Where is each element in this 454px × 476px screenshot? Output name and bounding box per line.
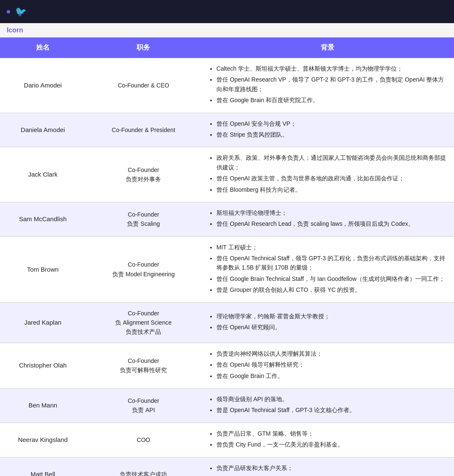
- background-item: 曾任 OpenAI 研究顾问。: [216, 323, 447, 332]
- top-bar: 🐦: [0, 0, 454, 23]
- background-item: 曾任 Google Brain Technical Staff，与 Ian Go…: [216, 274, 447, 283]
- background-item: 3D 视觉公司 Matterport 创始人，估值近 8 亿美元；: [216, 474, 447, 476]
- background-item: 曾是 OpenAI Technical Staff，GPT-3 论文核心作者。: [216, 405, 447, 415]
- background-cell: Caltech 学士、斯坦福大学硕士、普林斯顿大学博士，均为物理学学位；曾任 O…: [201, 58, 454, 113]
- table-row: Sam McCandlishCo-Founder负责 Scaling斯坦福大学理…: [0, 202, 454, 236]
- dot-icon: [7, 10, 10, 13]
- header-bg: 背景: [201, 37, 454, 58]
- header-name: 姓名: [0, 37, 86, 58]
- role-cell: Co-Founder负责可解释性研究: [86, 343, 201, 388]
- name-cell: Tom Brown: [0, 236, 86, 302]
- background-item: 曾任 OpenAI Research VP，领导了 GPT-2 和 GPT-3 …: [216, 75, 447, 94]
- role-cell: Co-Founder & CEO: [86, 58, 201, 113]
- table-row: Ben MannCo-Founder负责 API领导商业级别 API 的落地。曾…: [0, 388, 454, 423]
- background-item: 曾任 OpenAI Research Lead，负责 scaling laws，…: [216, 219, 447, 228]
- table-row: Matt Bell负责技术客户成功负责产品研发和大客户关系；3D 视觉公司 Ma…: [0, 457, 454, 476]
- background-item: 负责产品研发和大客户关系；: [216, 463, 447, 473]
- background-cell: 负责产品研发和大客户关系；3D 视觉公司 Matterport 创始人，估值近 …: [201, 457, 454, 476]
- role-cell: 负责技术客户成功: [86, 457, 201, 476]
- background-item: 曾在 Stripe 负责风控团队。: [216, 130, 447, 139]
- founders-table: 姓名 职务 背景 Dario AmodeiCo-Founder & CEOCal…: [0, 37, 454, 476]
- name-cell: Sam McCandlish: [0, 202, 86, 236]
- background-cell: MIT 工程硕士；曾任 OpenAI Technical Staff，领导 GP…: [201, 236, 454, 302]
- background-cell: 政府关系、政策、对外事务负责人；通过国家人工智能咨询委员会向美国总统和商务部提供…: [201, 147, 454, 202]
- main-container: 姓名 职务 背景 Dario AmodeiCo-Founder & CEOCal…: [0, 37, 454, 476]
- role-cell: COO: [86, 423, 201, 457]
- background-item: 曾任 Bloomberg 科技方向记者。: [216, 185, 447, 194]
- role-cell: Co-Founder & President: [86, 113, 201, 147]
- name-cell: Ben Mann: [0, 388, 86, 423]
- table-header-row: 姓名 职务 背景: [0, 37, 454, 58]
- background-item: 斯坦福大学理论物理博士；: [216, 208, 447, 217]
- background-cell: 领导商业级别 API 的落地。曾是 OpenAI Technical Staff…: [201, 388, 454, 423]
- background-cell: 斯坦福大学理论物理博士；曾任 OpenAI Research Lead，负责 s…: [201, 202, 454, 236]
- role-cell: Co-Founder负责对外事务: [86, 147, 201, 202]
- bird-icon: 🐦: [15, 6, 26, 17]
- background-item: 曾负责 City Fund，一支一亿美元的非盈利基金。: [216, 440, 447, 449]
- table-row: Dario AmodeiCo-Founder & CEOCaltech 学士、斯…: [0, 58, 454, 113]
- background-item: 领导商业级别 API 的落地。: [216, 394, 447, 404]
- header-role: 职务: [86, 37, 201, 58]
- background-cell: 负责产品日常、GTM 策略、销售等；曾负责 City Fund，一支一亿美元的非…: [201, 423, 454, 457]
- background-item: 曾在 Google Brain 和百度研究院工作。: [216, 95, 447, 105]
- background-cell: 理论物理学家，约翰斯·霍普金斯大学教授；曾任 OpenAI 研究顾问。: [201, 302, 454, 343]
- background-item: 曾在 Google Brain 工作。: [216, 371, 447, 381]
- background-item: Caltech 学士、斯坦福大学硕士、普林斯顿大学博士，均为物理学学位；: [216, 64, 447, 73]
- table-row: Jack ClarkCo-Founder负责对外事务政府关系、政策、对外事务负责…: [0, 147, 454, 202]
- name-cell: Jared Kaplan: [0, 302, 86, 343]
- background-item: 曾任 OpenAI Technical Staff，领导 GPT-3 的工程化，…: [216, 254, 447, 272]
- background-cell: 负责逆向神经网络以供人类理解其算法；曾在 OpenAI 领导可解释性研究；曾在 …: [201, 343, 454, 388]
- name-cell: Matt Bell: [0, 457, 86, 476]
- background-item: 政府关系、政策、对外事务负责人；通过国家人工智能咨询委员会向美国总统和商务部提供…: [216, 153, 447, 172]
- logo-bar: Icorn: [0, 23, 454, 37]
- background-cell: 曾任 OpenAI 安全与合规 VP；曾在 Stripe 负责风控团队。: [201, 113, 454, 147]
- name-cell: Christopher Olah: [0, 343, 86, 388]
- logo-text: Icorn: [7, 26, 23, 34]
- background-item: 曾任 OpenAI 政策主管，负责与世界各地的政府沟通，比如在国会作证；: [216, 174, 447, 183]
- background-item: 负责逆向神经网络以供人类理解其算法；: [216, 349, 447, 358]
- role-cell: Co-Founder负 Alignment Science负责技术产品: [86, 302, 201, 343]
- name-cell: Daniela Amodei: [0, 113, 86, 147]
- background-item: 理论物理学家，约翰斯·霍普金斯大学教授；: [216, 312, 447, 321]
- background-item: 曾任 OpenAI 安全与合规 VP；: [216, 119, 447, 128]
- name-cell: Dario Amodei: [0, 58, 86, 113]
- background-item: 曾是 Grouper 的联合创始人和 CTO，获得 YC 的投资。: [216, 285, 447, 294]
- name-cell: Jack Clark: [0, 147, 86, 202]
- background-item: MIT 工程硕士；: [216, 243, 447, 252]
- name-cell: Neerav Kingsland: [0, 423, 86, 457]
- table-row: Tom BrownCo-Founder负责 Model EngineeringM…: [0, 236, 454, 302]
- role-cell: Co-Founder负责 Scaling: [86, 202, 201, 236]
- background-item: 曾在 OpenAI 领导可解释性研究；: [216, 360, 447, 369]
- role-cell: Co-Founder负责 API: [86, 388, 201, 423]
- table-row: Jared KaplanCo-Founder负 Alignment Scienc…: [0, 302, 454, 343]
- table-row: Christopher OlahCo-Founder负责可解释性研究负责逆向神经…: [0, 343, 454, 388]
- table-row: Daniela AmodeiCo-Founder & President曾任 O…: [0, 113, 454, 147]
- table-row: Neerav KingslandCOO负责产品日常、GTM 策略、销售等；曾负责…: [0, 423, 454, 457]
- background-item: 负责产品日常、GTM 策略、销售等；: [216, 429, 447, 438]
- role-cell: Co-Founder负责 Model Engineering: [86, 236, 201, 302]
